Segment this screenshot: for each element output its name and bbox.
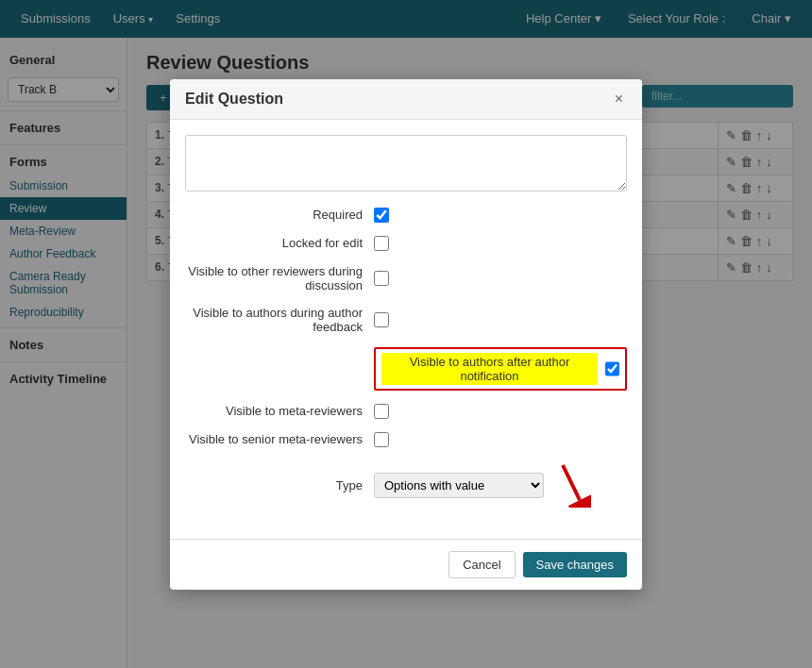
visible-meta-row: Visible to meta-reviewers <box>185 404 627 419</box>
visible-authors-feedback-label: Visible to authors during author feedbac… <box>185 306 374 334</box>
modal-title: Edit Question <box>185 91 283 108</box>
visible-authors-notification-checkbox[interactable] <box>605 361 619 376</box>
svg-line-1 <box>563 465 580 500</box>
cancel-button[interactable]: Cancel <box>448 551 515 578</box>
visible-authors-feedback-row: Visible to authors during author feedbac… <box>185 306 627 334</box>
required-label: Required <box>185 208 374 222</box>
modal-close-button[interactable]: × <box>611 91 627 108</box>
red-arrow-icon <box>553 460 591 508</box>
visible-authors-notification-row: Visible to authors after author notifica… <box>185 347 627 391</box>
visible-other-label: Visible to other reviewers during discus… <box>185 264 374 292</box>
type-label: Type <box>185 478 374 493</box>
type-row: Type Options with value Text Options Int… <box>185 460 627 510</box>
highlighted-notification-container: Visible to authors after author notifica… <box>374 347 627 391</box>
modal-body: Required Locked for edit Visible to othe… <box>170 120 642 539</box>
edit-question-modal: Edit Question × Required Locked for edit… <box>170 79 642 590</box>
locked-row: Locked for edit <box>185 236 627 251</box>
modal-header: Edit Question × <box>170 79 642 120</box>
question-text-input[interactable] <box>185 135 627 192</box>
save-button[interactable]: Save changes <box>523 552 627 577</box>
type-select[interactable]: Options with value Text Options Integer … <box>374 473 544 498</box>
required-row: Required <box>185 208 627 223</box>
visible-other-row: Visible to other reviewers during discus… <box>185 264 627 292</box>
locked-label: Locked for edit <box>185 236 374 250</box>
visible-authors-notification-text: Visible to authors after author notifica… <box>381 353 598 385</box>
visible-authors-feedback-checkbox[interactable] <box>374 312 389 327</box>
visible-senior-row: Visible to senior meta-reviewers <box>185 432 627 447</box>
locked-checkbox[interactable] <box>374 236 389 251</box>
modal-overlay: Edit Question × Required Locked for edit… <box>0 0 812 668</box>
visible-meta-label: Visible to meta-reviewers <box>185 404 374 418</box>
visible-senior-label: Visible to senior meta-reviewers <box>185 432 374 446</box>
visible-meta-checkbox[interactable] <box>374 404 389 419</box>
visible-senior-checkbox[interactable] <box>374 432 389 447</box>
modal-footer: Cancel Save changes <box>170 539 642 590</box>
visible-other-checkbox[interactable] <box>374 271 389 286</box>
required-checkbox[interactable] <box>374 208 389 223</box>
